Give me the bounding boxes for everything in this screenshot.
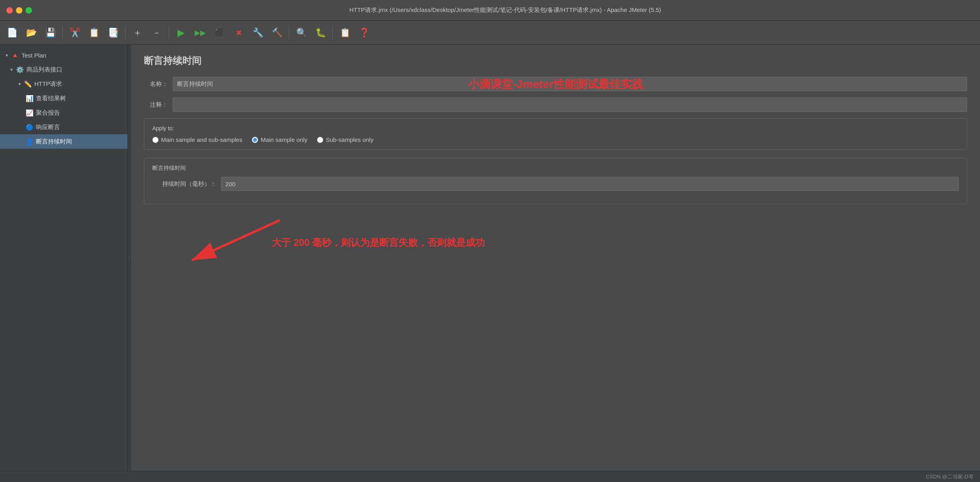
sidebar-item-product-api[interactable]: ▼ ⚙️ 商品列表接口 [0, 62, 127, 77]
test-plan-label: Test Plan [22, 52, 127, 59]
minimize-button[interactable] [16, 7, 22, 14]
test-plan-icon: 🔺 [11, 52, 19, 59]
status-text: CSDN @二当家-D哥 [926, 473, 974, 480]
copy-button[interactable]: 📋 [85, 24, 103, 42]
product-api-icon: ⚙️ [16, 66, 24, 74]
hammer-button[interactable]: 🔨 [268, 24, 286, 42]
title-bar: HTTP请求.jmx (/Users/xdclass/Desktop/Jmete… [0, 0, 980, 21]
debug-button[interactable]: 🐛 [312, 24, 329, 42]
comment-label: 注释： [144, 101, 168, 109]
sidebar-item-duration-assert[interactable]: 👤 断言持续时间 [0, 134, 127, 149]
separator-3 [169, 26, 169, 39]
sidebar-item-test-plan[interactable]: ▼ 🔺 Test Plan [0, 48, 127, 62]
radio-main-only[interactable]: Main sample only [252, 136, 307, 143]
sidebar-item-http-request[interactable]: ▼ ✏️ HTTP请求 [0, 77, 127, 91]
comment-row: 注释： [144, 98, 967, 112]
duration-section: 断言持续时间 持续时间（毫秒）： [144, 158, 967, 204]
duration-label: 持续时间（毫秒）： [152, 180, 216, 188]
sidebar-item-response-assert[interactable]: 🔵 响应断言 [0, 120, 127, 134]
new-button[interactable]: 📄 [3, 24, 21, 42]
radio-main-only-label: Main sample only [261, 136, 307, 143]
window-title: HTTP请求.jmx (/Users/xdclass/Desktop/Jmete… [37, 6, 974, 14]
paste-button[interactable]: 📑 [104, 24, 122, 42]
separator-5 [333, 26, 333, 39]
run-all-button[interactable]: ▶▶ [191, 24, 209, 42]
arrow-svg [168, 208, 288, 272]
radio-main-only-input[interactable] [252, 137, 258, 143]
view-results-label: 查看结果树 [36, 95, 127, 102]
apply-to-legend: Apply to: [152, 125, 959, 131]
toolbar: 📄 📂 💾 ✂️ 📋 📑 ＋ － ▶ ▶▶ ⬛ ✖ 🔧 🔨 🔍 🐛 📋 ❓ [0, 21, 980, 45]
annotation-text: 大于 200 毫秒，则认为是断言失败，否则就是成功 [272, 236, 485, 249]
agg-report-label: 聚合报告 [36, 109, 127, 117]
radio-main-and-sub-label: Main sample and sub-samples [161, 136, 242, 143]
radio-sub-only-label: Sub-samples only [326, 136, 373, 143]
separator-1 [62, 26, 63, 39]
duration-assert-icon: 👤 [26, 138, 34, 145]
main-layout: ▼ 🔺 Test Plan ▼ ⚙️ 商品列表接口 ▼ ✏️ HTTP请求 📊 … [0, 45, 980, 471]
close-button[interactable] [6, 7, 13, 14]
http-request-label: HTTP请求 [34, 80, 127, 88]
remove-button[interactable]: － [148, 24, 165, 42]
separator-2 [125, 26, 125, 39]
maximize-button[interactable] [26, 7, 32, 14]
radio-main-and-sub-input[interactable] [152, 137, 159, 143]
run-button[interactable]: ▶ [172, 24, 190, 42]
save-button[interactable]: 💾 [42, 24, 59, 42]
expand-icon-3: ▼ [18, 82, 22, 86]
stop-button[interactable]: ⬛ [211, 24, 228, 42]
radio-main-and-sub[interactable]: Main sample and sub-samples [152, 136, 242, 143]
apply-to-radio-group: Main sample and sub-samples Main sample … [152, 136, 959, 143]
search-button[interactable]: 🔍 [293, 24, 310, 42]
radio-sub-only-input[interactable] [317, 137, 323, 143]
duration-input[interactable] [221, 177, 959, 191]
cut-button[interactable]: ✂️ [66, 24, 84, 42]
comment-input[interactable] [173, 98, 967, 112]
sidebar-item-view-results[interactable]: 📊 查看结果树 [0, 91, 127, 106]
svg-line-1 [192, 220, 280, 260]
sidebar-item-agg-report[interactable]: 📈 聚合报告 [0, 106, 127, 120]
stop-all-button[interactable]: ✖ [230, 24, 247, 42]
list-button[interactable]: 📋 [336, 24, 354, 42]
response-assert-icon: 🔵 [26, 123, 34, 131]
separator-4 [289, 26, 289, 39]
open-button[interactable]: 📂 [22, 24, 40, 42]
product-api-label: 商品列表接口 [26, 66, 127, 74]
duration-legend: 断言持续时间 [152, 165, 959, 172]
expand-icon: ▼ [5, 53, 9, 58]
agg-report-icon: 📈 [26, 109, 34, 117]
radio-sub-only[interactable]: Sub-samples only [317, 136, 373, 143]
name-label: 名称： [144, 80, 168, 88]
name-row: 名称： [144, 77, 967, 91]
resize-handle[interactable]: ⋮ [128, 45, 131, 471]
http-request-icon: ✏️ [24, 80, 32, 88]
annotation-area: 大于 200 毫秒，则认为是断言失败，否则就是成功 [144, 212, 967, 300]
tools-button[interactable]: 🔧 [249, 24, 267, 42]
status-bar: CSDN @二当家-D哥 [0, 471, 980, 482]
window-controls [6, 7, 32, 14]
help-button[interactable]: ❓ [355, 24, 373, 42]
response-assert-label: 响应断言 [36, 123, 127, 131]
view-results-icon: 📊 [26, 95, 34, 102]
sidebar: ▼ 🔺 Test Plan ▼ ⚙️ 商品列表接口 ▼ ✏️ HTTP请求 📊 … [0, 45, 128, 471]
content-area: 小滴课堂-Jmeter性能测试最佳实践 断言持续时间 名称： 注释： Apply… [131, 45, 980, 471]
page-title: 断言持续时间 [144, 54, 967, 67]
duration-assert-label: 断言持续时间 [36, 138, 127, 145]
name-input[interactable] [173, 77, 967, 91]
expand-icon-2: ▼ [10, 68, 14, 72]
apply-to-section: Apply to: Main sample and sub-samples Ma… [144, 118, 967, 150]
add-button[interactable]: ＋ [129, 24, 146, 42]
duration-row: 持续时间（毫秒）： [152, 177, 959, 191]
